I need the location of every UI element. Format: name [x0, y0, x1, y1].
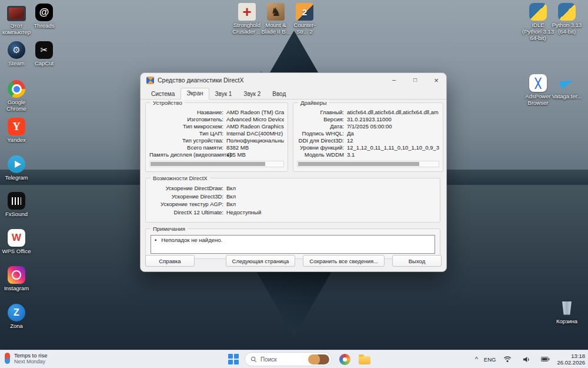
desktop-icon-label: Yandex — [0, 137, 33, 143]
desktop-icon-label: Telegram — [0, 174, 33, 181]
field-value: Internal DAC(400MHz) — [226, 130, 284, 137]
desktop-icon-label: AdsPower Browser — [522, 93, 554, 106]
yandex-icon — [8, 118, 25, 135]
dialog-button-row: Справка Следующая страница Сохранить все… — [145, 255, 442, 267]
counter-strike-2-icon — [296, 3, 313, 21]
desktop-icon-zona[interactable]: Zona — [0, 304, 33, 329]
desktop-icon-counter-strike-2[interactable]: Counter-Str... 2 — [288, 3, 321, 35]
field-value: Вкл — [226, 200, 436, 208]
scrollbar-thumb[interactable] — [151, 162, 265, 166]
battery-icon — [541, 357, 550, 362]
desktop-icon-adspower[interactable]: AdsPower Browser — [522, 74, 554, 106]
field-value: 7/1/2025 05:00:00 — [347, 123, 439, 130]
field-label: Память дисплея (видеопамять): — [149, 151, 226, 158]
weather-widget[interactable]: Temps to rise Next Monday — [5, 352, 48, 364]
titlebar[interactable]: Средство диагностики DirectX — [141, 73, 446, 87]
desktop-icon-label: Корзина — [550, 318, 583, 324]
desktop-icon-python[interactable]: Python 3.13 (64-bit) — [550, 3, 583, 35]
desktop-icon-recycle-bin[interactable]: Корзина — [550, 299, 583, 324]
field-label: Модель WDDM — [297, 151, 347, 158]
field-value: 12 — [347, 137, 439, 144]
dxdiag-window: Средство диагностики DirectX Система Экр… — [140, 72, 447, 272]
drivers-group: Драйверы Главный:aticfx64.dll,aticfx64.d… — [293, 102, 443, 172]
network-tray-button[interactable] — [500, 352, 514, 366]
drivers-horizontal-scrollbar[interactable] — [297, 161, 439, 167]
field-value: aticfx64.dll,aticfx64.dll,aticfx64.dll,a… — [347, 109, 439, 116]
search-box[interactable]: Поиск — [245, 352, 332, 366]
exit-button[interactable]: Выход — [392, 255, 442, 267]
desktop-icon-mount-and-blade[interactable]: Mount & Blade II B... — [259, 3, 292, 35]
tab-display[interactable]: Экран — [181, 88, 209, 100]
desktop-icon-fxsound[interactable]: FxSound — [0, 192, 33, 217]
notes-textbox[interactable]: Неполадок не найдено. — [151, 235, 435, 254]
desktop-icon-label: Instagram — [0, 285, 33, 291]
window-title: Средство диагностики DirectX — [158, 77, 243, 84]
help-button[interactable]: Справка — [145, 255, 195, 267]
save-all-info-button[interactable]: Сохранить все сведения... — [303, 255, 385, 267]
weather-subline: Next Monday — [14, 359, 48, 364]
group-title: Устройство — [151, 100, 185, 106]
desktop-icon-vataga[interactable]: Vataga.ter... — [550, 74, 583, 100]
desktop-icon-label: CapCut — [28, 60, 61, 67]
field-label: Версия: — [297, 116, 347, 123]
browser-icon — [339, 354, 350, 365]
wps-office-icon — [8, 229, 25, 247]
minimize-button[interactable] — [390, 76, 398, 85]
field-value: 31.0.21923.11000 — [347, 116, 439, 123]
search-highlight-thumbnail — [308, 354, 329, 364]
telegram-icon — [8, 155, 25, 173]
desktop-icon-instagram[interactable]: Instagram — [0, 266, 33, 291]
desktop-icon-idle[interactable]: IDLE (Python 3.13 64-bit) — [522, 3, 554, 41]
field-value: 3.1 — [347, 151, 439, 158]
language-indicator[interactable]: ENG — [484, 356, 496, 363]
tab-system[interactable]: Система — [145, 88, 181, 100]
window-controls — [390, 76, 440, 85]
tray-time: 13:18 — [557, 353, 585, 359]
desktop-icon-label: IDLE (Python 3.13 64-bit) — [522, 22, 554, 41]
desktop-icon-chrome[interactable]: Google Chrome — [0, 80, 33, 112]
hidden-icons-chevron[interactable] — [474, 356, 479, 363]
desktop-icon-label: Threads — [28, 22, 61, 29]
field-value: AMD Radeon (TM) Graphics — [226, 109, 284, 116]
taskbar-browser-button[interactable] — [338, 352, 352, 366]
field-label: Тип ЦАП: — [149, 130, 226, 137]
desktop-icon-yandex[interactable]: Yandex — [0, 118, 33, 143]
desktop-icon-label: Zona — [0, 323, 33, 329]
group-title: Драйверы — [298, 100, 329, 106]
device-horizontal-scrollbar[interactable] — [149, 161, 284, 167]
desktop-icon-label: Stronghold Crusader ... — [230, 22, 263, 35]
start-button[interactable] — [228, 354, 239, 364]
desktop-icon-label: Counter-Str... 2 — [288, 22, 321, 35]
scrollbar-thumb[interactable] — [298, 162, 419, 166]
desktop-icon-wps-office[interactable]: WPS Office — [0, 229, 33, 254]
field-label: Ускорение DirectDraw: — [149, 184, 226, 193]
group-title: Возможности DirectX — [151, 175, 210, 181]
chrome-icon — [8, 80, 25, 98]
desktop-icon-stronghold[interactable]: Stronghold Crusader ... — [230, 3, 263, 35]
field-value: AMD Radeon Graphics Processor (0x — [226, 123, 284, 130]
desktop-icon-telegram[interactable]: Telegram — [0, 155, 33, 181]
clock-widget[interactable]: 13:18 26.02.2026 — [557, 353, 585, 366]
tab-sound-2[interactable]: Звук 2 — [238, 88, 266, 100]
desktop-icon-label: Mount & Blade II B... — [259, 22, 292, 35]
device-group: Устройство Название:AMD Radeon (TM) Grap… — [145, 102, 288, 172]
capcut-icon — [35, 41, 53, 59]
tray-date: 26.02.2026 — [557, 359, 585, 366]
wifi-icon — [503, 356, 512, 363]
field-label: Тип устройства: — [149, 137, 226, 144]
close-button[interactable] — [432, 76, 440, 85]
field-value: 12_1,12_0,11_1,11_0,10_1,10_0,9_3 — [347, 144, 439, 151]
tab-input[interactable]: Ввод — [266, 88, 292, 100]
maximize-button[interactable] — [411, 76, 419, 85]
field-value: Недоступный — [226, 208, 436, 217]
tab-sound-1[interactable]: Звук 1 — [209, 88, 238, 100]
desktop-icon-threads[interactable]: Threads — [28, 4, 61, 29]
taskbar-file-explorer-button[interactable] — [358, 352, 372, 366]
field-label: Дата: — [297, 123, 347, 130]
next-page-button[interactable]: Следующая страница — [226, 255, 296, 267]
battery-tray-button[interactable] — [538, 352, 552, 366]
desktop-icon-label: FxSound — [0, 211, 33, 217]
volume-tray-button[interactable] — [519, 352, 533, 366]
desktop-icon-capcut[interactable]: CapCut — [28, 41, 61, 67]
zona-icon — [8, 304, 25, 321]
